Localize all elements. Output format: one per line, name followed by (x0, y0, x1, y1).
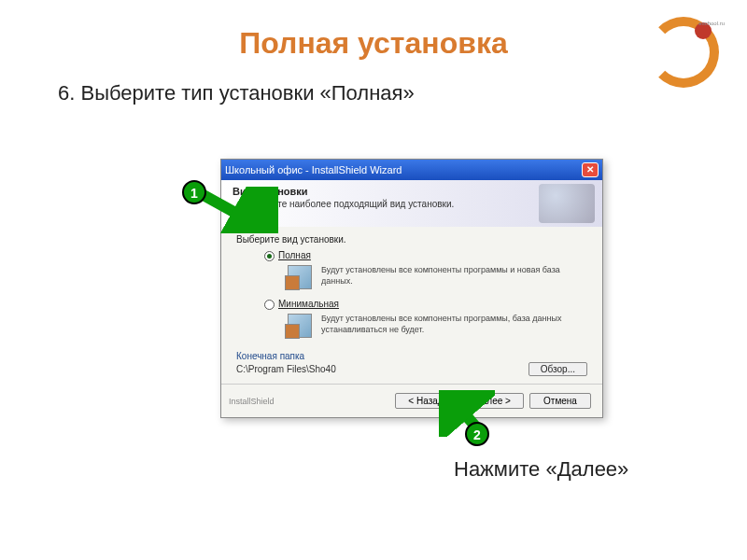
destination-folder-section: Конечная папка C:\Program Files\Sho40 Об… (236, 351, 587, 376)
option-full-desc: Будут установлены все компоненты програм… (321, 265, 564, 287)
page-title: Полная установка (0, 26, 747, 61)
logo-domain-text: eschool.ru (698, 21, 725, 26)
arrow-1-icon (194, 187, 278, 233)
option-full-label: Полная (278, 250, 311, 260)
option-min-row[interactable]: Минимальная (264, 299, 587, 310)
install-box-icon (288, 265, 312, 289)
dialog-body: Выберите вид установки. Полная Будут уст… (221, 227, 602, 384)
header-graphic-icon (539, 184, 595, 223)
install-box-icon (288, 314, 312, 338)
choose-label: Выберите вид установки. (236, 234, 587, 245)
titlebar[interactable]: Школьный офис - InstallShield Wizard ✕ (221, 160, 602, 180)
browse-button[interactable]: Обзор... (529, 362, 587, 376)
window-title: Школьный офис - InstallShield Wizard (225, 164, 582, 175)
option-min-desc: Будут установлены все компоненты програм… (321, 314, 564, 335)
installshield-tag: InstallShield (229, 397, 275, 406)
dest-label: Конечная папка (236, 351, 587, 361)
radio-full[interactable] (264, 251, 275, 261)
callout-badge-2: 2 (465, 422, 489, 446)
dialog-footer: InstallShield < Назад Далее > Отмена (221, 384, 602, 417)
cancel-button[interactable]: Отмена (529, 393, 591, 409)
svg-line-1 (202, 194, 252, 222)
dest-path: C:\Program Files\Sho40 (236, 364, 336, 374)
bottom-instruction: Нажмите «Далее» (454, 457, 628, 482)
option-full-row[interactable]: Полная (264, 250, 587, 261)
callout-badge-1: 1 (182, 180, 206, 204)
radio-min[interactable] (264, 300, 275, 310)
step-instruction: 6. Выберите тип установки «Полная» (58, 81, 747, 105)
logo: eschool.ru (648, 17, 721, 90)
dialog-header: Вид установки Выберите наиболее подходящ… (221, 180, 602, 227)
header-title: Вид установки (233, 186, 591, 197)
close-button[interactable]: ✕ (582, 162, 599, 177)
option-min-label: Минимальная (278, 299, 339, 309)
